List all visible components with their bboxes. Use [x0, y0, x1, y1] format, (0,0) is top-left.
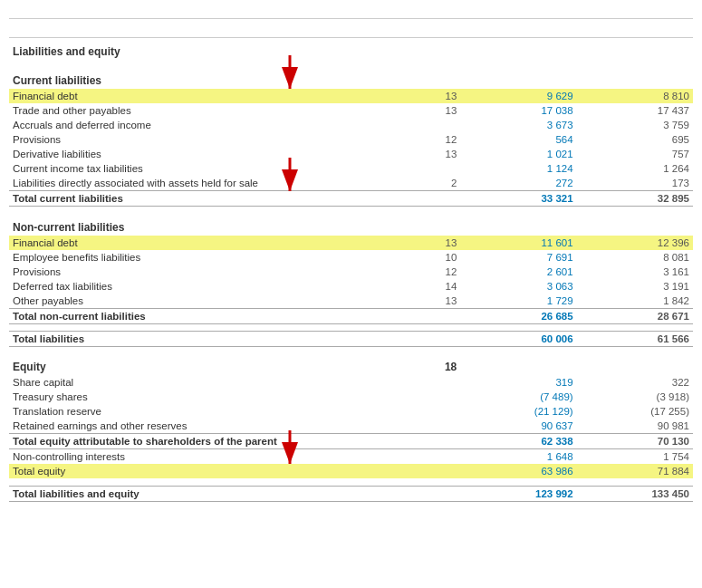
cell-label: Retained earnings and other reserves [9, 419, 406, 434]
cell-notes [406, 331, 460, 346]
currency-note [9, 18, 693, 26]
highlight-row: Financial debt1311 60112 396 [9, 236, 693, 250]
cell-2014: (3 918) [577, 390, 693, 404]
cell-2015 [460, 38, 576, 61]
main-container: Liabilities and equityCurrent liabilitie… [0, 0, 702, 511]
cell-2015: 319 [460, 375, 576, 390]
cell-2014: 133 450 [577, 486, 693, 501]
cell-2014: 1 754 [577, 449, 693, 465]
cell-2015: 1 648 [460, 449, 576, 465]
cell-label: Total equity attributable to shareholder… [9, 434, 406, 449]
cell-label: Total non-current liabilities [9, 308, 406, 323]
cell-2015: 63 986 [460, 464, 576, 478]
cell-2014: 173 [577, 176, 693, 191]
cell-2015: 2 601 [460, 265, 576, 279]
cell-2014: 61 566 [577, 331, 693, 346]
table-wrapper: Liabilities and equityCurrent liabilitie… [9, 34, 693, 502]
spacer-row [9, 346, 693, 353]
cell-2015: 3 063 [460, 279, 576, 294]
highlight-row: Total equity63 98671 884 [9, 464, 693, 478]
cell-label: Financial debt [9, 236, 406, 250]
cell-2015: 33 321 [460, 191, 576, 207]
cell-2015: 26 685 [460, 308, 576, 323]
cell-2014: 322 [577, 375, 693, 390]
cell-2015: 9 629 [460, 89, 576, 103]
cell-2014 [577, 353, 693, 375]
cell-2015: 1 729 [460, 294, 576, 309]
cell-label: Accruals and deferred income [9, 118, 406, 132]
cell-notes [406, 308, 460, 323]
cell-2014: 695 [577, 132, 693, 147]
cell-label: Share capital [9, 375, 406, 390]
cell-2014: 8 081 [577, 250, 693, 265]
cell-label: Current liabilities [9, 67, 406, 89]
cell-2015: 272 [460, 176, 576, 191]
cell-2015: 123 992 [460, 486, 576, 501]
cell-label: Treasury shares [9, 390, 406, 404]
total-row: Total non-current liabilities26 68528 67… [9, 308, 693, 323]
cell-notes: 12 [406, 265, 460, 279]
section-header-row: Liabilities and equity [9, 38, 693, 61]
cell-label: Total liabilities [9, 331, 406, 346]
cell-2015: (7 489) [460, 390, 576, 404]
data-row: Accruals and deferred income3 6733 759 [9, 118, 693, 132]
cell-2015: 3 673 [460, 118, 576, 132]
cell-label: Liabilities and equity [9, 38, 406, 61]
cell-notes [406, 390, 460, 404]
cell-2014: 8 810 [577, 89, 693, 103]
spacer-row [9, 207, 693, 214]
spacer-row [9, 323, 693, 331]
cell-label: Non-controlling interests [9, 449, 406, 465]
cell-notes: 13 [406, 236, 460, 250]
highlight-row: Financial debt139 6298 810 [9, 89, 693, 103]
table-body: Liabilities and equityCurrent liabilitie… [9, 38, 693, 502]
cell-notes: 12 [406, 132, 460, 147]
section-header-row: Non-current liabilities [9, 214, 693, 236]
cell-label: Trade and other payables [9, 103, 406, 118]
cell-2014: 12 396 [577, 236, 693, 250]
cell-label: Current income tax liabilities [9, 161, 406, 176]
cell-2014: 32 895 [577, 191, 693, 207]
cell-label: Other payables [9, 294, 406, 309]
spacer-row [9, 478, 693, 486]
cell-2014: 3 191 [577, 279, 693, 294]
cell-2014 [577, 67, 693, 89]
cell-notes: 13 [406, 103, 460, 118]
cell-2015: 1 124 [460, 161, 576, 176]
cell-label: Financial debt [9, 89, 406, 103]
data-row: Retained earnings and other reserves90 6… [9, 419, 693, 434]
total-row: Total liabilities60 00661 566 [9, 331, 693, 346]
cell-2015: 11 601 [460, 236, 576, 250]
data-row: Deferred tax liabilities143 0633 191 [9, 279, 693, 294]
cell-2015 [460, 353, 576, 375]
cell-notes [406, 434, 460, 449]
cell-2015: 60 006 [460, 331, 576, 346]
cell-notes: 13 [406, 147, 460, 161]
cell-notes [406, 161, 460, 176]
cell-2015: 1 021 [460, 147, 576, 161]
data-row: Translation reserve(21 129)(17 255) [9, 404, 693, 419]
cell-2015: 17 038 [460, 103, 576, 118]
cell-notes [406, 38, 460, 61]
cell-2014 [577, 214, 693, 236]
cell-2014: 1 264 [577, 161, 693, 176]
total-row: Total equity attributable to shareholder… [9, 434, 693, 449]
cell-2014: 757 [577, 147, 693, 161]
cell-notes [406, 214, 460, 236]
cell-2015: 62 338 [460, 434, 576, 449]
cell-notes: 14 [406, 279, 460, 294]
cell-notes [406, 419, 460, 434]
data-row: Provisions12564695 [9, 132, 693, 147]
cell-2015: 90 637 [460, 419, 576, 434]
cell-2015: (21 129) [460, 404, 576, 419]
cell-2015 [460, 214, 576, 236]
cell-notes [406, 118, 460, 132]
cell-2014: (17 255) [577, 404, 693, 419]
section-header-row: Current liabilities [9, 67, 693, 89]
data-row: Employee benefits liabilities107 6918 08… [9, 250, 693, 265]
cell-label: Employee benefits liabilities [9, 250, 406, 265]
cell-2014: 17 437 [577, 103, 693, 118]
cell-notes [406, 191, 460, 207]
cell-2014: 90 981 [577, 419, 693, 434]
cell-notes: 2 [406, 176, 460, 191]
